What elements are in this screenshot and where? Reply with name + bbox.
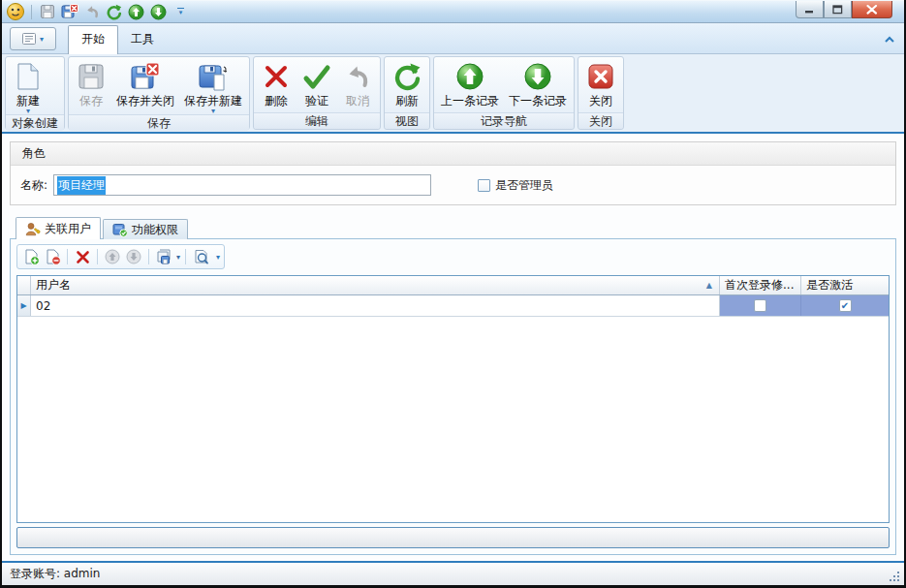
window-frame: ▾ ▾ 开始 工具 <box>2 0 904 585</box>
find-icon[interactable] <box>191 247 210 266</box>
column-header-first-login[interactable]: 首次登录修... <box>720 276 801 294</box>
grid-row[interactable]: ▶ 02 ✔ <box>17 295 889 317</box>
qat-save-icon[interactable] <box>38 3 56 21</box>
validate-button[interactable]: 验证 <box>297 58 337 112</box>
grid-empty-area <box>17 317 889 522</box>
qat-save-close-icon[interactable] <box>60 3 78 21</box>
circle-up-arrow-icon <box>454 61 485 92</box>
name-input[interactable]: 项目经理 <box>53 174 431 196</box>
separator <box>185 249 186 264</box>
ribbon-group-object-create: 新建 ▾ 对象创建 <box>5 56 65 130</box>
title-bar: ▾ <box>2 0 904 23</box>
app-menu-icon <box>22 33 36 45</box>
grid-indicator-header <box>17 276 31 294</box>
undo-icon <box>342 61 373 92</box>
refresh-button[interactable]: 刷新 <box>387 58 427 112</box>
qat-undo-icon[interactable] <box>82 3 101 21</box>
grid-bottom-scrollbar[interactable] <box>16 527 890 548</box>
previous-record-button[interactable]: 上一条记录 <box>436 58 504 112</box>
ribbon-tab-start[interactable]: 开始 <box>68 25 118 54</box>
maximize-button[interactable] <box>824 1 852 18</box>
users-grid: 用户名 ▲ 首次登录修... 是否激活 ▶ 02 ✔ <box>16 275 890 523</box>
ribbon-group-caption: 编辑 <box>254 112 380 129</box>
resize-grip[interactable] <box>887 569 899 581</box>
export-save-icon[interactable] <box>154 247 173 266</box>
save-and-close-button[interactable]: 保存并关闭 <box>111 58 179 114</box>
cell-first-login-modify[interactable] <box>720 295 801 316</box>
column-header-active[interactable]: 是否激活 <box>801 276 889 294</box>
collapse-ribbon-icon[interactable] <box>881 32 898 47</box>
ribbon-group-edit: 删除 验证 取消 <box>253 56 381 130</box>
minimize-button[interactable] <box>796 1 824 18</box>
is-admin-field: 是否管理员 <box>478 177 553 194</box>
chevron-down-icon: ▾ <box>211 108 215 114</box>
window-controls <box>796 1 892 18</box>
save-close-icon <box>130 61 161 92</box>
row-indicator-icon: ▶ <box>17 295 31 316</box>
app-logo-icon[interactable] <box>6 2 25 21</box>
move-down-icon-disabled <box>124 247 143 266</box>
new-page-icon <box>13 61 44 92</box>
is-admin-checkbox[interactable] <box>478 179 490 192</box>
qat-previous-record-icon[interactable] <box>127 3 145 21</box>
save-button: 保存 <box>71 58 111 114</box>
toolbar-overflow-icon[interactable]: ▾ <box>216 253 220 262</box>
ribbon-tab-tools[interactable]: 工具 <box>118 26 167 53</box>
cube-check-icon <box>112 223 128 237</box>
user-key-icon <box>25 222 41 236</box>
add-row-icon[interactable] <box>21 247 41 266</box>
is-admin-label: 是否管理员 <box>495 177 553 194</box>
qat-next-record-icon[interactable] <box>149 3 168 21</box>
ribbon-group-caption: 记录导航 <box>434 112 574 129</box>
ribbon-group-caption: 视图 <box>385 112 429 129</box>
ribbon-group-view: 刷新 视图 <box>384 56 430 130</box>
role-groupbox: 角色 名称: 项目经理 是否管理员 <box>10 141 896 205</box>
chevron-down-icon: ▾ <box>26 108 30 114</box>
delete-row-icon[interactable] <box>73 247 92 266</box>
ribbon-group-record-nav: 上一条记录 下一条记录 记录导航 <box>433 56 575 130</box>
delete-x-icon <box>261 61 292 92</box>
application-menu-button[interactable]: ▾ <box>10 27 56 50</box>
ribbon-group-save: 保存 保存并关闭 <box>68 56 250 130</box>
name-label: 名称: <box>20 177 47 194</box>
ribbon-group-close: 关闭 关闭 <box>578 56 624 130</box>
close-view-button[interactable]: 关闭 <box>580 58 621 112</box>
ribbon: 新建 ▾ 对象创建 保存 <box>2 53 904 132</box>
cell-active[interactable]: ✔ <box>801 295 889 316</box>
login-account-text: 登录账号: admin <box>10 566 100 582</box>
column-header-username[interactable]: 用户名 ▲ <box>31 276 720 294</box>
chevron-down-icon[interactable]: ▾ <box>176 253 180 262</box>
save-and-new-button[interactable]: 保存并新建 ▾ <box>179 58 247 114</box>
ribbon-group-caption: 关闭 <box>578 112 623 129</box>
grid-header-row: 用户名 ▲ 首次登录修... 是否激活 <box>17 276 889 295</box>
move-up-icon-disabled <box>103 247 122 266</box>
chevron-down-icon: ▾ <box>40 35 44 44</box>
qat-customize-dropdown-icon[interactable]: ▾ <box>177 8 184 15</box>
detail-tabstrip: 关联用户 功能权限 <box>10 217 896 239</box>
ribbon-tab-row: ▾ 开始 工具 <box>2 23 904 53</box>
tab-function-permissions[interactable]: 功能权限 <box>103 219 188 239</box>
cancel-button: 取消 <box>337 58 378 112</box>
next-record-button[interactable]: 下一条记录 <box>504 58 572 112</box>
checkbox-checked[interactable]: ✔ <box>839 299 852 312</box>
remove-row-icon[interactable] <box>43 247 62 266</box>
save-new-icon <box>198 61 229 92</box>
new-button[interactable]: 新建 ▾ <box>8 58 48 114</box>
detail-view: 角色 名称: 项目经理 是否管理员 关联用户 <box>2 134 904 561</box>
related-users-panel: ▾ ▾ 用户名 <box>10 238 896 555</box>
tab-related-users[interactable]: 关联用户 <box>16 217 101 239</box>
separator <box>148 249 149 264</box>
check-icon <box>301 61 332 92</box>
grid-toolbar: ▾ ▾ <box>16 244 890 269</box>
cell-username[interactable]: 02 <box>31 295 720 316</box>
separator <box>31 5 32 19</box>
close-window-button[interactable] <box>852 1 892 18</box>
delete-button[interactable]: 删除 <box>256 58 297 112</box>
save-disabled-icon <box>76 61 107 92</box>
red-close-icon <box>585 61 616 92</box>
app-window: ▾ ▾ 开始 工具 <box>0 0 906 588</box>
checkbox-unchecked[interactable] <box>754 299 766 312</box>
qat-refresh-icon[interactable] <box>105 3 123 21</box>
selected-text: 项目经理 <box>57 176 106 195</box>
groupbox-title: 角色 <box>11 142 895 166</box>
